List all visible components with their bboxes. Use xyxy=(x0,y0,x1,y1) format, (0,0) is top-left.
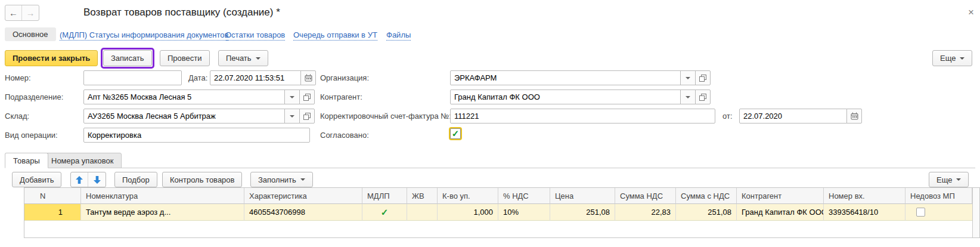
arrow-down-icon xyxy=(94,176,101,184)
link-ut-queue[interactable]: Очередь отправки в УТ xyxy=(293,30,377,41)
open-item-icon[interactable] xyxy=(695,70,711,85)
cell-price[interactable]: 251,08 xyxy=(550,204,615,221)
cell-counterparty[interactable]: Гранд Капитал ФК ООО xyxy=(737,204,824,221)
department-input[interactable] xyxy=(83,89,285,104)
calendar-icon[interactable] xyxy=(846,109,862,124)
counterparty-field-group xyxy=(450,89,711,104)
number-input[interactable] xyxy=(83,70,182,85)
date-field-group xyxy=(210,70,316,85)
check-icon: ✓ xyxy=(381,207,389,218)
warehouse-input[interactable] xyxy=(83,109,285,124)
column-header-vat-percent[interactable]: % НДС xyxy=(498,188,550,204)
cell-vat-percent[interactable]: 10% xyxy=(498,204,550,221)
table-row[interactable]: 1 Тантум верде аэроз д... 4605543706998 … xyxy=(24,204,972,221)
save-button[interactable]: Записать xyxy=(103,50,152,66)
link-goods-balance[interactable]: Остатки товаров xyxy=(225,30,285,41)
chevron-down-icon xyxy=(300,178,305,183)
department-label: Подразделение: xyxy=(5,91,63,103)
chevron-down-icon xyxy=(686,77,690,82)
cell-shortfall[interactable] xyxy=(905,204,972,221)
forward-arrow-icon: → xyxy=(26,8,35,18)
check-icon: ✓ xyxy=(452,128,460,139)
date-label: Дата: xyxy=(188,72,207,84)
page-title: Возврат товаров поставщику (создание) * xyxy=(83,7,280,18)
column-header-incoming-number[interactable]: Номер вх. xyxy=(824,188,905,204)
dropdown-button[interactable] xyxy=(680,70,696,85)
cell-characteristic[interactable]: 4605543706998 xyxy=(244,204,362,221)
post-button[interactable]: Провести xyxy=(160,50,210,66)
save-button-highlight: Записать xyxy=(101,48,154,69)
more-button-table[interactable]: Еще xyxy=(929,172,969,187)
document-window: ← → Возврат товаров поставщику (создание… xyxy=(0,0,980,247)
table-header-row: N Номенклатура Характеристика МДЛП ЖВ К-… xyxy=(24,188,972,204)
close-icon[interactable]: × xyxy=(968,7,974,17)
tab-package-numbers[interactable]: Номера упаковок xyxy=(43,153,122,168)
column-header-nomenclature[interactable]: Номенклатура xyxy=(81,188,244,204)
correction-invoice-input[interactable] xyxy=(450,109,715,124)
back-arrow-icon: ← xyxy=(9,8,18,18)
tab-divider xyxy=(5,168,975,168)
operation-kind-input[interactable] xyxy=(83,128,310,143)
fill-button[interactable]: Заполнить xyxy=(250,172,313,187)
cell-qty[interactable]: 1,000 xyxy=(438,204,498,221)
organization-field-group xyxy=(450,70,711,85)
dropdown-button[interactable] xyxy=(284,109,300,124)
open-item-icon[interactable] xyxy=(299,109,315,124)
column-header-price[interactable]: Цена xyxy=(550,188,615,204)
tab-main[interactable]: Основное xyxy=(5,27,56,41)
more-button-top[interactable]: Еще xyxy=(932,50,972,66)
counterparty-input[interactable] xyxy=(450,89,681,104)
calendar-icon[interactable] xyxy=(300,70,316,85)
cell-n[interactable]: 1 xyxy=(24,204,81,221)
column-header-counterparty[interactable]: Контрагент xyxy=(737,188,824,204)
counterparty-label: Контрагент: xyxy=(320,91,362,103)
date-input[interactable] xyxy=(210,70,301,85)
column-header-shortfall[interactable]: Недовоз МП xyxy=(905,188,972,204)
post-and-close-button[interactable]: Провести и закрыть xyxy=(5,50,98,66)
link-mdlp-statuses[interactable]: (МДЛП) Статусы информирования документов xyxy=(60,30,228,41)
goods-control-button[interactable]: Контроль товаров xyxy=(162,172,242,187)
operation-kind-label: Вид операции: xyxy=(5,129,58,141)
column-header-n[interactable]: N xyxy=(24,188,81,204)
link-files[interactable]: Файлы xyxy=(386,30,411,41)
shortfall-checkbox[interactable] xyxy=(916,208,925,217)
column-header-qty[interactable]: К-во уп. xyxy=(438,188,498,204)
move-row-up-button[interactable] xyxy=(71,172,88,187)
goods-table: N Номенклатура Характеристика МДЛП ЖВ К-… xyxy=(24,187,980,238)
back-button[interactable]: ← xyxy=(5,5,22,20)
chevron-down-icon xyxy=(956,178,961,183)
approved-checkbox[interactable]: ✓ xyxy=(450,128,461,139)
chevron-down-icon xyxy=(686,96,690,101)
organization-input[interactable] xyxy=(450,70,681,85)
table-scrollbar[interactable] xyxy=(972,188,979,237)
open-item-icon[interactable] xyxy=(695,89,711,104)
fill-button-label: Заполнить xyxy=(258,175,296,184)
add-row-button[interactable]: Добавить xyxy=(12,172,61,187)
dropdown-button[interactable] xyxy=(284,89,300,104)
cell-zhv[interactable] xyxy=(407,204,438,221)
cell-nomenclature[interactable]: Тантум верде аэроз д... xyxy=(81,204,244,221)
column-header-total-with-vat[interactable]: Сумма с НДС xyxy=(676,188,737,204)
column-header-mdlp[interactable]: МДЛП xyxy=(362,188,407,204)
column-header-zhv[interactable]: ЖВ xyxy=(407,188,438,204)
forward-button[interactable]: → xyxy=(22,5,39,20)
correction-invoice-label: Корректировочный счет-фактура №: xyxy=(320,110,451,122)
column-header-characteristic[interactable]: Характеристика xyxy=(244,188,362,204)
move-row-down-button[interactable] xyxy=(88,172,106,187)
cell-vat-sum[interactable]: 22,83 xyxy=(615,204,676,221)
open-item-icon[interactable] xyxy=(299,89,315,104)
chevron-down-icon xyxy=(256,57,260,62)
organization-label: Организация: xyxy=(320,72,369,84)
invoice-date-input[interactable] xyxy=(739,109,847,124)
cell-incoming-number[interactable]: 339356418/10 xyxy=(824,204,905,221)
pick-button[interactable]: Подбор xyxy=(114,172,157,187)
cell-mdlp[interactable]: ✓ xyxy=(362,204,407,221)
print-button-label: Печать xyxy=(226,54,252,63)
dropdown-button[interactable] xyxy=(680,89,696,104)
cell-total-with-vat[interactable]: 251,08 xyxy=(676,204,737,221)
column-header-vat-sum[interactable]: Сумма НДС xyxy=(615,188,676,204)
tab-goods[interactable]: Товары xyxy=(5,153,48,168)
chevron-down-icon xyxy=(290,96,294,101)
print-button[interactable]: Печать xyxy=(218,50,268,66)
chevron-down-icon xyxy=(960,57,965,62)
